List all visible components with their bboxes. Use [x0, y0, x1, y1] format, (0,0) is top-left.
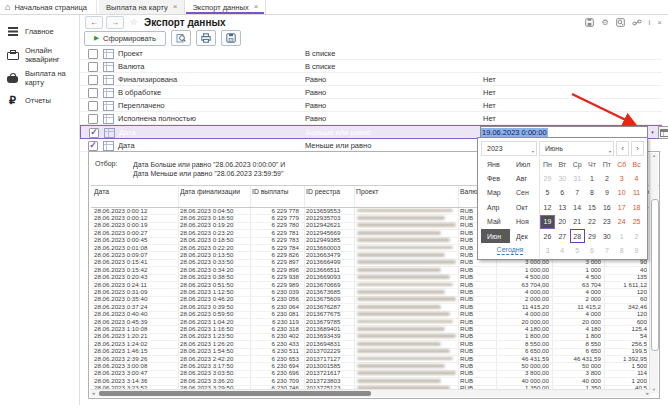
calendar-month-Май[interactable]: Май	[481, 215, 510, 229]
calendar-day-24[interactable]: 24	[614, 215, 629, 229]
filter-checkbox[interactable]	[88, 114, 98, 124]
sidebar-item-online-acquiring[interactable]: Онлайн эквайринг	[0, 43, 79, 66]
calendar-day-9[interactable]: 9	[629, 243, 644, 257]
settings-gear-icon[interactable]: ⚙	[601, 17, 608, 27]
filter-row-5[interactable]: ПереплаченоРавноНет	[80, 99, 662, 112]
calendar-day-26[interactable]: 26	[540, 229, 555, 243]
calendar-day-19[interactable]: 19	[540, 215, 555, 229]
calendar-day-6[interactable]: 6	[555, 186, 570, 200]
calendar-day-30[interactable]: 30	[555, 171, 570, 185]
filter-row-2[interactable]: ВалютаВ списке	[80, 60, 662, 73]
calendar-day-16[interactable]: 16	[599, 200, 614, 214]
preview-button[interactable]	[171, 30, 191, 46]
calendar-month-Янв[interactable]: Янв	[481, 157, 510, 171]
calendar-month-select[interactable]: Июнь ▾	[539, 141, 614, 156]
filter-checkbox[interactable]	[88, 75, 98, 85]
filter-checkbox[interactable]: ✓	[88, 141, 98, 151]
calendar-day-9[interactable]: 9	[599, 186, 614, 200]
calendar-month-Мар[interactable]: Мар	[481, 186, 510, 200]
calendar-day-10[interactable]: 10	[614, 186, 629, 200]
info-icon[interactable]: i	[649, 17, 651, 27]
calendar-day-1[interactable]: 1	[614, 229, 629, 243]
calendar-year-select[interactable]: 2023 ▾	[481, 141, 537, 156]
calendar-day-14[interactable]: 14	[570, 200, 585, 214]
generate-button[interactable]: ▶ Сформировать	[84, 31, 166, 46]
calendar-day-18[interactable]: 18	[629, 200, 644, 214]
filter-checkbox[interactable]	[88, 49, 98, 59]
save-button[interactable]	[221, 30, 241, 46]
close-form-icon[interactable]: ×	[657, 17, 662, 27]
calendar-button[interactable]	[658, 126, 668, 139]
calendar-day-21[interactable]: 21	[570, 215, 585, 229]
calendar-next-button[interactable]: ›	[631, 141, 644, 156]
calendar-day-23[interactable]: 23	[599, 215, 614, 229]
calendar-day-2[interactable]: 2	[599, 171, 614, 185]
zoom-window-icon[interactable]	[616, 17, 625, 27]
calendar-day-20[interactable]: 20	[555, 215, 570, 229]
scroll-down-icon[interactable]: ▼	[650, 387, 658, 392]
filter-checkbox[interactable]	[88, 62, 98, 72]
calendar-day-27[interactable]: 27	[555, 229, 570, 243]
calendar-day-1[interactable]: 1	[585, 171, 600, 185]
scroll-right-icon[interactable]: ►	[646, 390, 650, 397]
calendar-month-Апр[interactable]: Апр	[481, 200, 510, 214]
calendar-day-17[interactable]: 17	[614, 200, 629, 214]
calendar-day-13[interactable]: 13	[555, 200, 570, 214]
calendar-day-31[interactable]: 31	[570, 171, 585, 185]
calendar-day-29[interactable]: 29	[585, 229, 600, 243]
sidebar-item-main[interactable]: Главное	[0, 20, 79, 43]
calendar-month-Ноя[interactable]: Ноя	[510, 215, 539, 229]
calendar-day-6[interactable]: 6	[585, 243, 600, 257]
calendar-day-8[interactable]: 8	[585, 186, 600, 200]
back-button[interactable]: ←	[85, 16, 103, 29]
calendar-month-Дек[interactable]: Дек	[510, 229, 539, 243]
scroll-up-icon[interactable]: ▲	[650, 153, 658, 158]
filter-row-1[interactable]: ПроектВ списке	[80, 47, 662, 60]
calendar-today-link[interactable]: Сегодня	[481, 243, 539, 257]
sidebar-item-card-payout[interactable]: Выплата на карту	[0, 66, 79, 89]
tab-data-export[interactable]: Экспорт данных×	[185, 0, 266, 14]
calendar-month-Фев[interactable]: Фев	[481, 171, 510, 185]
vertical-scroll-thumb[interactable]	[651, 199, 659, 351]
dropdown-button[interactable]: ▾	[648, 127, 657, 137]
filter-row-4[interactable]: В обработкеРавноНет	[80, 86, 662, 99]
sidebar-item-reports[interactable]: ₽Отчеты	[0, 89, 79, 112]
calendar-day-5[interactable]: 5	[570, 243, 585, 257]
forward-button[interactable]: →	[106, 16, 124, 29]
calendar-day-15[interactable]: 15	[585, 200, 600, 214]
calendar-day-11[interactable]: 11	[629, 186, 644, 200]
calendar-day-5[interactable]: 5	[540, 186, 555, 200]
tab-close-icon[interactable]: ×	[254, 3, 259, 11]
tab-close-icon[interactable]: ×	[173, 3, 178, 11]
calendar-month-Авг[interactable]: Авг	[510, 171, 539, 185]
calendar-month-Июл[interactable]: Июл	[510, 157, 539, 171]
filter-checkbox[interactable]: ✓	[89, 128, 99, 138]
save-view-icon[interactable]	[585, 17, 594, 27]
filter-checkbox[interactable]	[88, 88, 98, 98]
calendar-day-2[interactable]: 2	[629, 229, 644, 243]
calendar-day-25[interactable]: 25	[629, 215, 644, 229]
calendar-month-Сен[interactable]: Сен	[510, 186, 539, 200]
calendar-day-8[interactable]: 8	[614, 243, 629, 257]
calendar-day-3[interactable]: 3	[540, 243, 555, 257]
calendar-day-7[interactable]: 7	[599, 243, 614, 257]
home-page-button[interactable]: ⌂ Начальная страница	[0, 0, 97, 14]
link-icon[interactable]	[632, 17, 642, 27]
calendar-month-Окт[interactable]: Окт	[510, 200, 539, 214]
scroll-left-icon[interactable]: ◄	[91, 390, 95, 397]
print-button[interactable]	[196, 30, 216, 46]
calendar-day-30[interactable]: 30	[599, 229, 614, 243]
tab-card-payout[interactable]: Выплата на карту×	[99, 0, 185, 14]
calendar-month-Июн[interactable]: Июн	[481, 229, 510, 243]
calendar-day-22[interactable]: 22	[585, 215, 600, 229]
calendar-day-29[interactable]: 29	[540, 171, 555, 185]
filter-row-6[interactable]: Исполнена полностьюРавноНет	[80, 112, 662, 125]
horizontal-scroll-thumb[interactable]	[99, 391, 371, 396]
favorite-star-icon[interactable]: ☆	[130, 17, 138, 27]
calendar-day-4[interactable]: 4	[555, 243, 570, 257]
horizontal-scrollbar[interactable]: ◄ ►	[90, 389, 651, 397]
calendar-day-7[interactable]: 7	[570, 186, 585, 200]
calendar-day-4[interactable]: 4	[629, 171, 644, 185]
filter-row-3[interactable]: ФинализированаРавноНет	[80, 73, 662, 86]
vertical-scrollbar[interactable]: ▲ ▼	[649, 153, 658, 392]
